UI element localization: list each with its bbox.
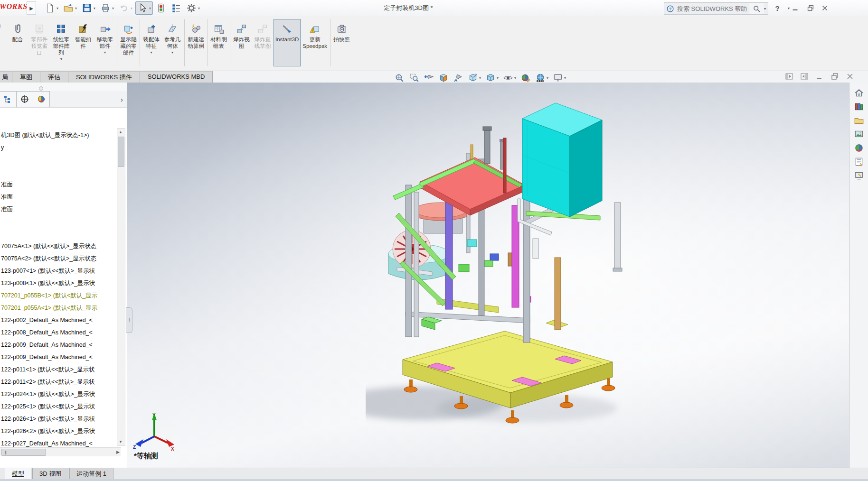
tree-item[interactable]: y [0,141,127,154]
tree-item[interactable]: 122-p027_Default_As Machined_< [0,437,127,448]
pane-left[interactable] [784,72,794,81]
scroll-up-arrow[interactable]: ▲ [117,129,124,136]
tree-item[interactable]: 70075A<1> (默认<<默认>_显示状态 [0,240,127,252]
window-close-button[interactable] [819,3,831,13]
doc-close[interactable] [845,72,855,81]
graphics-viewport[interactable]: Y X Z *等轴测 [127,83,849,468]
tree-item[interactable]: 机3D图 (默认<默认_显示状态-1>) [0,129,127,141]
vertical-scroll-thumb[interactable] [118,137,124,167]
command-tab[interactable]: 评估 [40,71,68,83]
display-manager[interactable] [33,91,50,107]
command-tab[interactable]: SOLIDWORKS MBD [140,71,213,83]
component-preview[interactable]: 零部件 预览窗 口 [28,19,50,66]
assembly-features[interactable]: 装配体 特征 ▾ [140,19,161,66]
tree-item[interactable]: 122-p009_Default_As Machined_< [0,339,127,351]
options-list[interactable] [169,1,183,15]
solidworks-resources[interactable] [852,87,866,99]
open[interactable]: ▾ [61,1,79,15]
reference-geometry[interactable]: 参考几 何体 ▾ [161,19,183,66]
tree-item[interactable]: 707201_p055A<1> (默认<默认_显示 [0,302,127,314]
tree-item[interactable]: 122-p025<1> (默认<<默认>_显示状 [0,400,127,413]
view-orientation[interactable]: ▾ [467,72,482,84]
search-input[interactable] [676,5,749,13]
horizontal-scroll-thumb[interactable] [1,449,46,456]
print[interactable]: ▾ [98,1,116,15]
tree-item[interactable]: 准面 [0,203,127,215]
undo[interactable]: ▾ [117,1,134,15]
menu-flyout-button[interactable]: ▶ [27,1,36,15]
tree-item[interactable] [0,228,127,240]
view-palette[interactable] [852,129,866,140]
panel-expand-chevron[interactable]: › [117,91,127,107]
pane-right[interactable] [800,72,809,81]
motion-study[interactable]: 新建运 动算例 [184,19,206,66]
property-manager[interactable] [17,91,33,107]
bom[interactable]: 材料明 细表 [207,19,229,66]
annotation-views[interactable]: A [452,72,464,84]
command-tab[interactable]: 局 [0,71,12,83]
zoom-fit[interactable] [393,72,406,84]
tree-item[interactable]: 122-p026<2> (默认<<默认>_显示状 [0,425,127,437]
tree-item[interactable]: 122-p011<2> (默认<<默认>_显示状 [0,376,127,388]
tree-item[interactable]: 122-p026<1> (默认<<默认>_显示状 [0,413,127,425]
custom-properties[interactable] [852,156,866,167]
tree-item[interactable]: 123-p008<1> (默认<<默认>_显示状 [0,277,127,289]
smart-fasteners[interactable]: 智能扣 件 [72,19,94,66]
save[interactable]: ▾ [80,1,97,15]
command-tab[interactable]: 草图 [12,71,40,83]
hide-show-items[interactable]: ▾ [502,72,517,84]
document-tab[interactable]: 运动算例 1 [69,468,113,480]
panel-splitter-handle[interactable]: ⁞ [126,307,132,333]
move-component[interactable]: 移动零 部件 ▾ [94,19,116,66]
tree-item[interactable]: 准面 [0,191,127,203]
tree-item[interactable]: 123-p007<1> (默认<<默认>_显示状 [0,265,127,277]
insert-component[interactable]: 零 件 ▾ [0,19,7,66]
tree-item[interactable] [0,166,127,178]
solidworks-forum[interactable] [852,170,866,181]
tree-vertical-scrollbar[interactable]: ▲ ▼ [117,128,125,446]
apply-scene[interactable]: ▾ [534,72,549,84]
document-tab[interactable]: 3D 视图 [32,468,68,480]
window-minimize-button[interactable] [789,3,802,13]
window-restore-button[interactable] [804,3,817,13]
show-hidden[interactable]: 显示隐 藏的零 部件 [117,19,139,66]
tree-item[interactable]: 70075A<2> (默认<<默认>_显示状态 [0,252,127,265]
scroll-down-arrow[interactable]: ▼ [117,438,124,445]
doc-minimize[interactable] [815,72,824,81]
rebuild[interactable] [154,1,168,15]
command-tab[interactable]: SOLIDWORKS 插件 [68,71,140,83]
tree-item[interactable]: 准面 [0,178,127,191]
mate[interactable]: 配合 [7,19,28,66]
assembly-3d-model[interactable] [366,97,632,458]
speedpak[interactable]: ! 更新 Speedpak [301,19,329,66]
tree-item[interactable]: 122-p011<1> (默认<<默认>_显示状 [0,363,127,376]
select-cursor[interactable]: ▾ [135,1,153,15]
tree-horizontal-scrollbar[interactable]: ▶ [0,447,121,456]
appearances-scenes[interactable] [852,142,866,154]
tree-item[interactable] [0,154,127,166]
tree-item[interactable]: 122-p024<1> (默认<<默认>_显示状 [0,388,127,400]
instant3d[interactable]: Instant3D [274,19,301,66]
view-settings[interactable]: ▾ [552,72,567,84]
file-explorer[interactable] [852,115,866,126]
search-dropdown[interactable]: ▾ [764,7,768,11]
tree-item[interactable]: 122-p002_Default_As Machined_< [0,314,127,326]
explode-sketch[interactable]: 爆炸直 线草图 [252,19,274,66]
orientation-triad[interactable]: Y X Z [132,412,176,455]
search-magnifier-icon[interactable] [749,3,764,14]
feature-manager[interactable] [0,91,17,107]
help-button[interactable]: ? [771,3,783,13]
design-library[interactable] [852,101,866,112]
settings[interactable]: ▾ [184,1,202,15]
snapshot[interactable]: 拍快照 [330,19,352,66]
scroll-right-arrow[interactable]: ▶ [116,450,120,454]
section-view[interactable] [437,72,450,84]
linear-pattern[interactable]: 线性零 部件阵 列 ▾ [50,19,72,66]
display-style[interactable]: ▾ [484,72,500,84]
previous-view[interactable] [423,72,435,84]
tree-item[interactable]: 122-p009_Default_As Machined_< [0,351,127,363]
document-tab[interactable]: 模型 [5,468,31,480]
edit-appearance[interactable] [519,72,532,84]
tree-item[interactable]: 707201_p055B<1> (默认<默认_显示 [0,289,127,302]
doc-restore[interactable] [830,72,840,81]
